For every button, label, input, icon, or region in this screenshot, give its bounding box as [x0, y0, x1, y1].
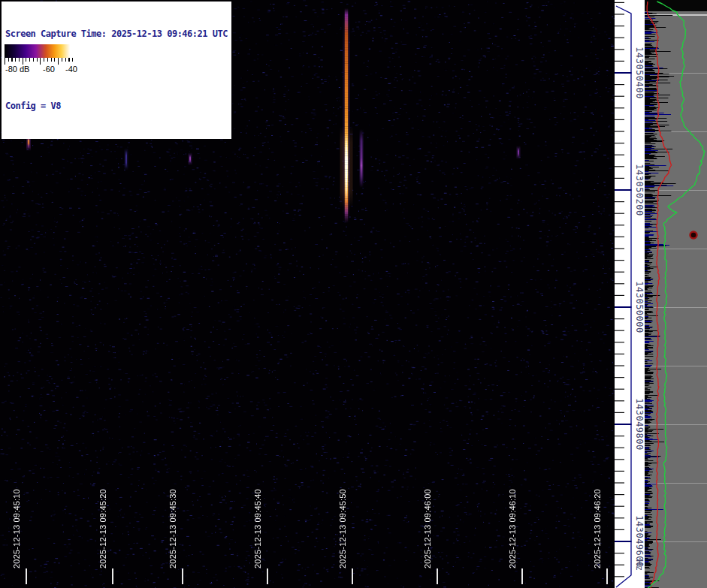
time-label-3: 2025-12-13 09:45:40: [253, 489, 262, 568]
scale-label-60db: -60: [43, 65, 55, 74]
time-tick-5: [437, 568, 438, 584]
time-tick-7: [606, 568, 608, 584]
config-text: Config = V8: [5, 100, 228, 112]
time-label-2: 2025-12-13 09:45:30: [168, 489, 177, 568]
time-label-0: 2025-12-13 09:45:10: [12, 489, 21, 568]
freq-unit-label: Hz: [634, 559, 645, 571]
freq-label-3: 143049800: [634, 398, 645, 451]
time-label-4: 2025-12-13 09:45:50: [338, 489, 347, 568]
time-tick-0: [26, 568, 27, 584]
amplitude-color-scale: -80 dB -60 -40: [2, 42, 81, 75]
freq-label-2: 143050000: [634, 281, 645, 333]
capture-time-text: Screen Capture Time: 2025-12-13 09:46:21…: [5, 28, 228, 40]
frequency-axis: 1430504001430502001430500001430498001430…: [615, 0, 645, 588]
time-tick-2: [182, 568, 183, 584]
time-tick-1: [112, 568, 113, 584]
scale-label-40db: -40: [65, 65, 77, 74]
scale-label-80db: -80 dB: [5, 65, 29, 74]
freq-label-0: 143050400: [634, 47, 645, 99]
time-tick-6: [521, 568, 523, 584]
time-label-1: 2025-12-13 09:45:20: [98, 489, 107, 568]
time-label-5: 2025-12-13 09:46:00: [423, 489, 432, 568]
spectrum-graph-panel: [645, 0, 707, 588]
time-label-7: 2025-12-13 09:46:20: [593, 489, 602, 568]
spectrum-lab-screen-capture: Screen Capture Time: 2025-12-13 09:46:21…: [0, 0, 707, 588]
time-label-6: 2025-12-13 09:46:10: [508, 489, 517, 568]
freq-label-1: 143050200: [634, 164, 645, 216]
time-tick-3: [267, 568, 268, 584]
time-tick-4: [352, 568, 353, 584]
color-gradient-bar: [5, 44, 76, 58]
